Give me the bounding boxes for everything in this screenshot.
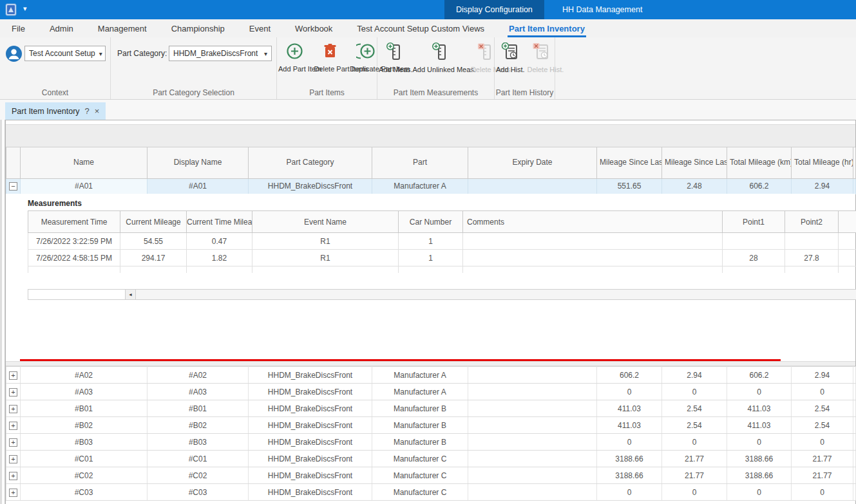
cell-part-category[interactable]: HHDM_BrakeDiscsFront [249,417,372,434]
collapse-icon[interactable]: − [9,182,17,191]
cell-part[interactable]: Manufacturer C [372,451,468,467]
expand-toggle-cell[interactable]: + [6,384,21,400]
cell-part[interactable]: Manufacturer A [372,367,468,384]
cell-expiry-date[interactable] [468,434,597,451]
cell-event-name[interactable]: R1 [252,250,399,266]
cell-part[interactable]: Manufacturer B [372,434,468,451]
column-header-mileage-km[interactable]: Mileage Since Last Service (km) [597,147,662,178]
add-part-item-button[interactable]: Add Part Item [278,37,311,89]
cell-part-category[interactable]: HHDM_BrakeDiscsFront [249,384,372,400]
column-header-total-km[interactable]: Total Mileage (km) [727,147,792,178]
cell-part[interactable]: Manufacturer B [372,400,468,417]
cell-part-category[interactable]: HHDM_BrakeDiscsFront [249,484,372,501]
cell-mileage-hr[interactable]: 0 [662,434,727,451]
expand-toggle-cell[interactable]: + [6,467,21,484]
cell-part[interactable]: Manufacturer C [372,467,468,484]
cell-car-number[interactable]: 1 [399,250,463,266]
cell-mileage-hr[interactable]: 2.48 [662,178,727,194]
add-measurement-button[interactable]: Add Meas. [379,37,410,89]
cell-total-km[interactable]: 0 [727,384,792,400]
new-row-box[interactable] [28,289,126,300]
app-logo-icon[interactable] [5,3,17,16]
expand-toggle-cell[interactable]: + [6,417,21,434]
expand-toggle-cell[interactable]: + [6,451,21,467]
cell-total-km[interactable]: 0 [727,434,792,451]
cell-mileage-km[interactable]: 0 [597,434,662,451]
table-row[interactable]: + #A02 #A02 HHDM_BrakeDiscsFront Manufac… [6,367,856,384]
cell-part[interactable]: Manufacturer B [372,417,468,434]
cell-part-category[interactable]: HHDM_BrakeDiscsFront [249,178,372,194]
context-account-dropdown[interactable]: Test Account Setup ▾ [24,46,106,61]
column-header-name[interactable]: Name [21,147,147,178]
cell-expiry-date[interactable] [468,384,597,400]
cell-total-km[interactable]: 411.03 [727,400,792,417]
expand-toggle-cell[interactable]: + [6,367,21,384]
cell-expiry-date[interactable] [468,367,597,384]
cell-part-category[interactable]: HHDM_BrakeDiscsFront [249,367,372,384]
cell-total-hr[interactable]: 0 [792,434,853,451]
cell-expiry-date[interactable] [468,451,597,467]
cell-name[interactable]: #B02 [21,417,147,434]
table-row[interactable]: + #B01 #B01 HHDM_BrakeDiscsFront Manufac… [6,400,856,417]
cell-total-hr[interactable]: 0 [792,484,853,501]
delete-part-items-button[interactable]: Delete Part Items [314,37,347,89]
menu-item-part-item-inventory[interactable]: Part Item Inventory [508,24,586,37]
measurement-row[interactable]: 7/26/2022 4:58:15 PM 294.17 1.82 R1 1 28… [28,250,856,266]
table-row[interactable]: + #B03 #B03 HHDM_BrakeDiscsFront Manufac… [6,434,856,451]
cell-total-hr[interactable]: 2.54 [792,417,853,434]
cell-measurement-time[interactable]: 7/26/2022 4:58:15 PM [28,250,120,266]
cell-mileage-hr[interactable]: 21.77 [662,451,727,467]
expand-toggle-cell[interactable]: + [6,484,21,501]
cell-event-name[interactable]: R1 [252,233,399,250]
cell-mileage-km[interactable]: 411.03 [597,400,662,417]
scrollbar-track[interactable] [136,289,856,300]
expand-icon[interactable]: + [9,405,17,413]
cell-total-km[interactable]: 606.2 [727,367,792,384]
cell-point1[interactable]: 28 [723,250,785,266]
table-row[interactable]: + #A03 #A03 HHDM_BrakeDiscsFront Manufac… [6,384,856,400]
cell-mileage-hr[interactable]: 2.54 [662,400,727,417]
cell-mileage-km[interactable]: 551.65 [597,178,662,194]
expand-icon[interactable]: + [9,438,17,447]
menu-item-event[interactable]: Event [248,24,272,37]
cell-name[interactable]: #B01 [21,400,147,417]
cell-total-hr[interactable]: 21.77 [792,451,853,467]
cell-mileage-km[interactable]: 411.03 [597,417,662,434]
cell-expiry-date[interactable] [468,417,597,434]
column-header-part[interactable]: Part [372,147,468,178]
cell-name[interactable]: #C03 [21,484,147,501]
cell-total-km[interactable]: 3188.66 [727,467,792,484]
cell-mileage-hr[interactable]: 2.54 [662,417,727,434]
column-header-display-name[interactable]: Display Name [147,147,249,178]
menu-item-management[interactable]: Management [97,24,148,37]
cell-car-number[interactable]: 1 [399,233,463,250]
expand-icon[interactable]: + [9,472,17,480]
titlebar-tab-display-configuration[interactable]: Display Configuration [444,0,544,19]
cell-display-name[interactable]: #A03 [147,384,249,400]
column-header-car-number[interactable]: Car Number [399,211,463,233]
column-header-current-mileage[interactable]: Current Mileage [120,211,187,233]
measurement-row[interactable]: 7/26/2022 3:22:59 PM 54.55 0.47 R1 1 [28,233,856,250]
document-tab-part-item-inventory[interactable]: Part Item Inventory ? × [5,102,106,120]
column-header-part-category[interactable]: Part Category [249,147,372,178]
cell-display-name[interactable]: #B01 [147,400,249,417]
column-header-point2[interactable]: Point2 [785,211,839,233]
cell-part[interactable]: Manufacturer A [372,384,468,400]
expand-icon[interactable]: + [9,388,17,397]
cell-part-category[interactable]: HHDM_BrakeDiscsFront [249,451,372,467]
table-row[interactable]: + #C03 #C03 HHDM_BrakeDiscsFront Manufac… [6,484,856,501]
expand-icon[interactable]: + [9,455,17,463]
cell-expiry-date[interactable] [468,467,597,484]
cell-name[interactable]: #B03 [21,434,147,451]
cell-display-name[interactable]: #B03 [147,434,249,451]
cell-mileage-km[interactable]: 3188.66 [597,467,662,484]
cell-current-time-mileage[interactable]: 1.82 [187,250,252,266]
column-header-event-name[interactable]: Event Name [252,211,399,233]
collapse-toggle-cell[interactable]: − [6,178,21,194]
cell-total-hr[interactable]: 2.94 [792,367,853,384]
table-row[interactable]: + #C02 #C02 HHDM_BrakeDiscsFront Manufac… [6,467,856,484]
cell-total-km[interactable]: 606.2 [727,178,792,194]
column-header-expiry-date[interactable]: Expiry Date [468,147,597,178]
cell-mileage-hr[interactable]: 2.94 [662,367,727,384]
cell-mileage-km[interactable]: 0 [597,384,662,400]
